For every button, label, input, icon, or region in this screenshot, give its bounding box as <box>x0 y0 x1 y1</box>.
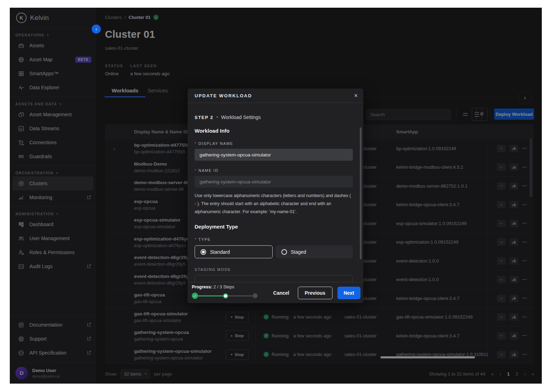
modal-title: UPDATE WORKLOAD <box>195 93 252 98</box>
display-name-field[interactable] <box>195 149 353 161</box>
step-label: STEP 2 <box>195 115 214 120</box>
step-complete-icon: ✓ <box>192 293 198 299</box>
update-workload-modal: UPDATE WORKLOAD × STEP 2 • Workload Sett… <box>188 89 363 303</box>
required-asterisk: * <box>195 168 197 173</box>
close-icon[interactable]: × <box>354 92 358 99</box>
modal-header: UPDATE WORKLOAD × <box>188 89 363 103</box>
field-label-text: DISPLAY NAME <box>198 141 233 146</box>
app-window: K Kelvin˙ OPERATIONS∨ Assets Asset Map B… <box>10 8 542 384</box>
type-option-staged[interactable]: Staged <box>276 245 353 258</box>
step-upcoming-icon <box>253 293 258 298</box>
name-id-field <box>195 176 353 188</box>
radio-unselected-icon <box>281 249 287 255</box>
modal-scrollbar[interactable] <box>360 127 362 259</box>
sidebar-collapse-button[interactable]: ‹ <box>92 24 101 34</box>
chevron-left-icon: ‹ <box>96 26 97 32</box>
stage-only-option: Stage Only The cloud notifies the edge o… <box>195 275 353 282</box>
next-button[interactable]: Next <box>337 287 360 299</box>
workload-info-heading: Workload Info <box>195 128 353 134</box>
cancel-button[interactable]: Cancel <box>270 290 293 296</box>
step-bullet-icon: • <box>217 115 218 120</box>
progress-value: 2 / 3 Steps <box>214 285 234 289</box>
type-option-standard[interactable]: Standard <box>195 245 273 258</box>
staging-mode-label: STAGING MODE <box>195 267 353 272</box>
modal-footer: Progress: 2 / 3 Steps ✓ Cancel Previous … <box>188 282 363 303</box>
radio-selected-icon <box>201 249 206 255</box>
field-label-text: NAME ID <box>198 168 218 173</box>
type-radio-group: Standard Staged <box>195 245 353 258</box>
required-asterisk: * <box>195 237 197 241</box>
modal-body: STEP 2 • Workload Settings Workload Info… <box>188 103 363 282</box>
previous-button[interactable]: Previous <box>298 287 332 299</box>
deployment-type-heading: Deployment Type <box>195 224 353 230</box>
type-label: *TYPE <box>195 237 353 241</box>
name-id-label: *NAME ID <box>195 168 353 173</box>
step-current-icon <box>223 293 228 299</box>
name-id-help-text: Use only lowercase alphanumeric characte… <box>195 192 353 216</box>
progress-bar: ✓ <box>192 293 258 299</box>
radio-label: Staged <box>291 249 306 255</box>
display-name-label: *DISPLAY NAME <box>195 141 353 146</box>
required-asterisk: * <box>195 141 197 146</box>
progress-indicator: Progress: 2 / 3 Steps ✓ <box>192 285 258 299</box>
radio-label: Standard <box>210 249 230 255</box>
field-label-text: TYPE <box>198 237 211 241</box>
progress-label: Progress: <box>192 285 212 289</box>
step-indicator: STEP 2 • Workload Settings <box>195 114 353 120</box>
step-title: Workload Settings <box>221 114 261 120</box>
